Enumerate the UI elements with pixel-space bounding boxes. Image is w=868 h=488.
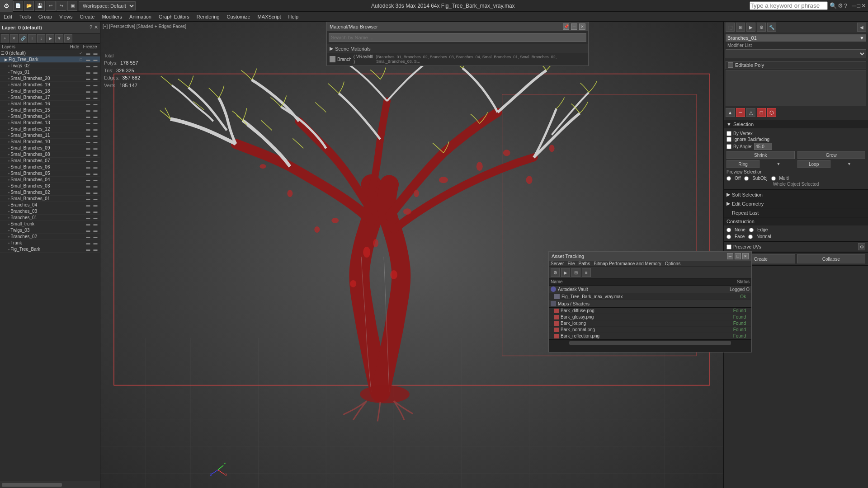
minimize-btn[interactable]: ─ <box>852 2 856 9</box>
layer-close-btn[interactable]: ✕ <box>94 24 98 30</box>
layer-item-fig-tree[interactable]: ▶ Fig_Tree_Bark □ ▬ ▬ <box>0 56 100 63</box>
shrink-btn[interactable]: Shrink <box>726 151 795 159</box>
layer-help-btn[interactable]: ? <box>90 24 92 30</box>
edit-geometry-header[interactable]: ▶ Edit Geometry <box>724 199 868 208</box>
menu-modifiers[interactable]: Modifiers <box>98 13 126 20</box>
undo-btn[interactable]: ↩ <box>46 1 56 11</box>
menu-animation[interactable]: Animation <box>126 13 155 20</box>
layer-item-br03[interactable]: ◦ Branches_03 ▬▬ <box>0 208 100 215</box>
layer-item-twigs02[interactable]: ◦ Twigs_02 ▬ ▬ <box>0 63 100 69</box>
layer-link-btn[interactable]: 🔗 <box>19 34 27 42</box>
asset-menu-bitmap[interactable]: Bitmap Performance and Memory <box>594 261 661 266</box>
asset-tb-btn2[interactable]: ▶ <box>561 268 570 277</box>
menu-customize[interactable]: Customize <box>223 13 254 20</box>
editable-poly-item[interactable]: Editable Poly <box>726 61 866 69</box>
close-btn[interactable]: ✕ <box>861 2 866 9</box>
layer-item-small-trunk[interactable]: ◦ Small_trunk ▬▬ <box>0 221 100 227</box>
menu-tools[interactable]: Tools <box>16 13 35 20</box>
layer-item-twigs03[interactable]: ◦ Twigs_03 ▬▬ <box>0 227 100 234</box>
layer-item-sb01[interactable]: ◦ Smal_Branches_01 ▬▬ <box>0 196 100 202</box>
asset-menu-file[interactable]: File <box>567 261 575 266</box>
constr-none-radio[interactable] <box>726 228 731 232</box>
asset-minimize-btn[interactable]: ─ <box>727 253 733 259</box>
asset-tb-btn1[interactable]: ⚙ <box>551 268 560 277</box>
asset-file-bark-reflection[interactable]: Bark_reflection.png Found <box>549 333 751 339</box>
layer-expand-btn[interactable]: ▶ <box>46 34 54 42</box>
asset-file-bark-glossy[interactable]: Bark_glossy.png Found <box>549 314 751 320</box>
layer-item-br02[interactable]: ◦ Branches_02 ▬▬ <box>0 234 100 240</box>
layer-item-sb14[interactable]: ◦ Smal_Branches_14 ▬▬ <box>0 113 100 120</box>
preserve-settings-btn[interactable]: ⚙ <box>858 243 865 250</box>
preview-multi-radio[interactable] <box>771 176 776 181</box>
repeat-last-header[interactable]: ▶ Repeat Last <box>724 208 868 217</box>
layer-item-sb18[interactable]: ◦ Smal_Branches_18 ▬▬ <box>0 88 100 94</box>
layer-item-sb13[interactable]: ◦ Smal_Branches_13 ▬▬ <box>0 120 100 126</box>
maximize-btn[interactable]: □ <box>857 2 860 9</box>
preview-subobj-radio[interactable] <box>744 176 749 181</box>
constr-normal-radio[interactable] <box>748 235 753 239</box>
layer-settings-btn[interactable]: ⚙ <box>64 34 72 42</box>
menu-help[interactable]: Help <box>285 13 302 20</box>
constr-face-radio[interactable] <box>726 235 731 239</box>
asset-close-btn[interactable]: ✕ <box>742 253 749 259</box>
layer-item-trunk[interactable]: ◦ Trunk ▬▬ <box>0 240 100 246</box>
asset-tb-btn4[interactable]: ≡ <box>582 268 591 277</box>
by-angle-input[interactable] <box>754 143 772 150</box>
layer-add-btn[interactable]: + <box>1 34 9 42</box>
mat-browser-minimize-btn[interactable]: ─ <box>571 23 577 30</box>
ignore-backfacing-checkbox[interactable] <box>726 137 731 142</box>
edit-mode-icon2-active[interactable]: ─ <box>736 108 745 117</box>
edit-mode-icon4-active[interactable]: □ <box>757 108 766 117</box>
rp-icon1[interactable]: ⬚ <box>726 23 735 32</box>
layer-item-sb16[interactable]: ◦ Smal_Branches_16 ▬▬ <box>0 101 100 107</box>
ring-btn[interactable]: Ring <box>726 160 760 168</box>
asset-file-bark-diffuse[interactable]: Bark_diffuse.png Found <box>549 308 751 314</box>
layer-item-br01[interactable]: ◦ Branches_01 ▬▬ <box>0 215 100 221</box>
construction-header[interactable]: Construction <box>724 217 868 225</box>
layer-item-twigs01[interactable]: ◦ Twigs_01 ▬ ▬ <box>0 69 100 75</box>
mat-item-branch[interactable]: Branch ( VRayMtl ) [Branches_01, Branche… <box>327 53 588 66</box>
menu-rendering[interactable]: Rendering <box>193 13 223 20</box>
layer-item-sb04[interactable]: ◦ Smal_Branches_04 ▬▬ <box>0 177 100 183</box>
layer-item-sb02[interactable]: ◦ Smal_Branches_02 ▬▬ <box>0 189 100 196</box>
help-icon[interactable]: ? <box>844 2 847 9</box>
mat-browser-pin-btn[interactable]: 📌 <box>563 23 569 30</box>
layer-scroll-horizontal[interactable] <box>0 481 100 488</box>
selection-header[interactable]: ▼ Selection <box>724 120 868 128</box>
mat-scene-materials-header[interactable]: ▶ Scene Materials <box>327 44 588 53</box>
workspace-selector[interactable]: Workspace: Default <box>79 1 136 10</box>
preview-off-radio[interactable] <box>726 176 731 181</box>
layer-item-sb19[interactable]: ◦ Smal_Branches_19 ▬▬ <box>0 82 100 88</box>
menu-views[interactable]: Views <box>56 13 76 20</box>
asset-file-bark-ior[interactable]: Bark_ior.png Found <box>549 320 751 327</box>
asset-menu-options[interactable]: Options <box>665 261 680 266</box>
layer-up-btn[interactable]: ↑ <box>28 34 36 42</box>
layer-down-btn[interactable]: ↓ <box>37 34 45 42</box>
layer-delete-btn[interactable]: ✕ <box>10 34 18 42</box>
layer-item-sb12[interactable]: ◦ Smal_Branches_12 ▬▬ <box>0 126 100 132</box>
search-input[interactable] <box>750 1 828 10</box>
render-btn[interactable]: ▣ <box>67 1 77 11</box>
save-btn[interactable]: 💾 <box>35 1 45 11</box>
layer-item-sb17[interactable]: ◦ Smal_Branches_17 ▬▬ <box>0 94 100 101</box>
layer-item-sb05[interactable]: ◦ Smal_Branches_05 ▬▬ <box>0 170 100 177</box>
layer-item-sb10[interactable]: ◦ Smal_Branches_10 ▬▬ <box>0 139 100 145</box>
settings-icon[interactable]: ⚙ <box>838 2 843 9</box>
layer-item-sb06[interactable]: ◦ Smal_Branches_06 ▬▬ <box>0 164 100 170</box>
rp-icon3[interactable]: ▶ <box>746 23 755 32</box>
menu-maxscript[interactable]: MAXScript <box>254 13 285 20</box>
collapse-btn[interactable]: Collapse <box>797 254 866 263</box>
edit-mode-icon5-active[interactable]: ⬡ <box>767 108 776 117</box>
constr-edge-radio[interactable] <box>749 228 754 232</box>
loop-btn[interactable]: Loop <box>797 160 830 168</box>
layer-item-sb20[interactable]: ◦ Smal_Branches_20 ▬▬ <box>0 75 100 82</box>
layer-item-sb03[interactable]: ◦ Smal_Branches_03 ▬▬ <box>0 183 100 189</box>
new-btn[interactable]: 📄 <box>13 1 23 11</box>
layer-collapse-btn[interactable]: ▼ <box>55 34 63 42</box>
asset-main-file-row[interactable]: Fig_Tree_Bark_max_vray.max Ok <box>549 293 751 300</box>
menu-graph-editors[interactable]: Graph Editors <box>155 13 193 20</box>
modifier-dropdown[interactable] <box>726 49 866 58</box>
asset-menu-paths[interactable]: Paths <box>579 261 590 266</box>
asset-menu-server[interactable]: Server <box>551 261 564 266</box>
layer-item-fig-tree-bark[interactable]: ◦ Fig_Tree_Bark ▬▬ <box>0 246 100 253</box>
